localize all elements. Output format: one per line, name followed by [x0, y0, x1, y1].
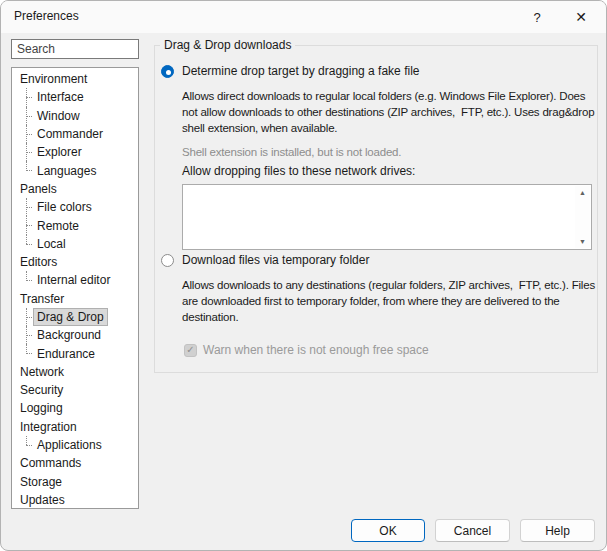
- tree-connector: [22, 125, 33, 143]
- sidebar-item-label: Updates: [16, 491, 69, 509]
- sidebar-item-editors[interactable]: Editors: [12, 253, 138, 271]
- radio-option-fake-file[interactable]: Determine drop target by dragging a fake…: [161, 64, 419, 78]
- shell-extension-status: Shell extension is installed, but is not…: [182, 146, 401, 158]
- radio-icon: [161, 254, 174, 267]
- close-icon[interactable]: ✕: [558, 1, 604, 33]
- sidebar-item-label: Explorer: [33, 143, 86, 161]
- sidebar-item-label: Background: [33, 326, 105, 344]
- sidebar-item-endurance[interactable]: Endurance: [12, 344, 138, 362]
- tree-connector: [22, 216, 33, 234]
- network-drives-listbox[interactable]: ▲ ▼: [182, 184, 592, 250]
- sidebar-item-label: Panels: [16, 180, 61, 198]
- sidebar-item-label: Logging: [16, 399, 67, 417]
- sidebar-item-label: Commander: [33, 125, 107, 143]
- check-mark-icon: ✓: [186, 345, 194, 355]
- sidebar-item-panels[interactable]: Panels: [12, 180, 138, 198]
- sidebar-item-background[interactable]: Background: [12, 326, 138, 344]
- sidebar-item-drag-and-drop[interactable]: Drag & Drop: [12, 308, 138, 326]
- group-title: Drag & Drop downloads: [160, 38, 295, 52]
- sidebar-item-label: Remote: [33, 217, 83, 235]
- option-description: Allows direct downloads to regular local…: [182, 88, 596, 136]
- search-input[interactable]: [11, 39, 139, 59]
- sidebar-item-commander[interactable]: Commander: [12, 125, 138, 143]
- radio-selected-icon: [161, 65, 174, 78]
- radio-option-label: Determine drop target by dragging a fake…: [182, 64, 419, 78]
- sidebar-item-explorer[interactable]: Explorer: [12, 143, 138, 161]
- sidebar-item-label: Window: [33, 107, 84, 125]
- tree-connector: [22, 143, 33, 161]
- sidebar-item-label: Endurance: [33, 345, 99, 363]
- radio-option-label: Download files via temporary folder: [182, 253, 369, 267]
- drag-drop-downloads-group: Drag & Drop downloads Determine drop tar…: [154, 45, 598, 373]
- ok-button[interactable]: OK: [351, 519, 425, 542]
- sidebar-item-label: Storage: [16, 473, 66, 491]
- tree-connector: [22, 436, 33, 454]
- sidebar-item-transfer[interactable]: Transfer: [12, 290, 138, 308]
- title-bar: Preferences ? ✕: [1, 1, 606, 33]
- tree-connector: [22, 198, 33, 216]
- sidebar-item-applications[interactable]: Applications: [12, 436, 138, 454]
- sidebar-item-remote[interactable]: Remote: [12, 216, 138, 234]
- tree-connector: [22, 161, 33, 179]
- sidebar-item-window[interactable]: Window: [12, 107, 138, 125]
- checkbox-label: Warn when there is not enough free space: [203, 343, 429, 357]
- sidebar-item-updates[interactable]: Updates: [12, 491, 138, 509]
- sidebar-item-file-colors[interactable]: File colors: [12, 198, 138, 216]
- sidebar-item-label: Integration: [16, 418, 81, 436]
- listbox-scrollbar[interactable]: ▲ ▼: [575, 186, 590, 248]
- sidebar-item-interface[interactable]: Interface: [12, 88, 138, 106]
- tree-connector: [22, 235, 33, 253]
- sidebar-item-storage[interactable]: Storage: [12, 473, 138, 491]
- help-button[interactable]: Help: [520, 519, 595, 542]
- sidebar-item-label: Transfer: [16, 290, 68, 308]
- network-drives-label: Allow dropping files to these network dr…: [182, 164, 415, 178]
- option-description: Allows downloads to any destinations (re…: [182, 277, 596, 325]
- sidebar-item-local[interactable]: Local: [12, 235, 138, 253]
- window-title: Preferences: [14, 9, 79, 23]
- sidebar-item-label: Interface: [33, 88, 88, 106]
- sidebar-item-internal-editor[interactable]: Internal editor: [12, 271, 138, 289]
- radio-option-temp-folder[interactable]: Download files via temporary folder: [161, 253, 369, 267]
- settings-tree: Environment Interface Window Commander E…: [11, 67, 139, 509]
- sidebar-item-label: Commands: [16, 454, 85, 472]
- sidebar-item-environment[interactable]: Environment: [12, 70, 138, 88]
- sidebar-item-commands[interactable]: Commands: [12, 454, 138, 472]
- scroll-down-icon[interactable]: ▼: [579, 238, 586, 245]
- tree-connector: [22, 308, 33, 326]
- sidebar-item-languages[interactable]: Languages: [12, 161, 138, 179]
- sidebar-item-label: Environment: [16, 70, 91, 88]
- sidebar-item-label: Applications: [33, 436, 106, 454]
- tree-connector: [22, 88, 33, 106]
- preferences-dialog: Preferences ? ✕ Environment Interface Wi…: [0, 0, 607, 551]
- tree-connector: [22, 326, 33, 344]
- checkbox-checked-disabled-icon: ✓: [184, 344, 197, 357]
- help-icon[interactable]: ?: [514, 1, 560, 33]
- cancel-button[interactable]: Cancel: [435, 519, 510, 542]
- sidebar-item-label: Editors: [16, 253, 61, 271]
- sidebar-item-network[interactable]: Network: [12, 363, 138, 381]
- scroll-up-icon[interactable]: ▲: [579, 189, 586, 196]
- sidebar-item-label: Languages: [33, 162, 100, 180]
- sidebar-item-integration[interactable]: Integration: [12, 418, 138, 436]
- sidebar-item-label: Local: [33, 235, 70, 253]
- sidebar-item-logging[interactable]: Logging: [12, 399, 138, 417]
- warn-free-space-checkbox-row: ✓ Warn when there is not enough free spa…: [184, 343, 429, 357]
- sidebar-item-security[interactable]: Security: [12, 381, 138, 399]
- tree-connector: [22, 344, 33, 362]
- sidebar-item-label: Internal editor: [33, 271, 114, 289]
- sidebar-item-label: Drag & Drop: [33, 308, 108, 326]
- sidebar-item-label: Network: [16, 363, 68, 381]
- sidebar-item-label: File colors: [33, 198, 96, 216]
- sidebar-item-label: Security: [16, 381, 67, 399]
- tree-connector: [22, 107, 33, 125]
- tree-connector: [22, 271, 33, 289]
